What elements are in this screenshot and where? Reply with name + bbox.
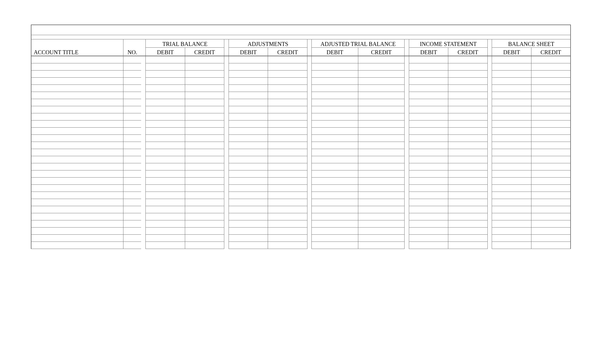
group-trial-balance: TRIAL BALANCE (146, 39, 224, 48)
table-row (31, 142, 571, 149)
table-row (31, 149, 571, 156)
column-header-row: ACCOUNT TITLE NO. DEBIT CREDIT DEBIT CRE… (31, 48, 571, 56)
title-separator (31, 35, 571, 39)
header-adj-credit: CREDIT (268, 48, 307, 56)
header-tb-debit: DEBIT (146, 48, 185, 56)
table-row (31, 63, 571, 71)
table-row (31, 85, 571, 92)
header-adj-debit: DEBIT (229, 48, 268, 56)
header-atb-debit: DEBIT (312, 48, 358, 56)
table-row (31, 170, 571, 178)
table-row (31, 199, 571, 206)
table-row (31, 71, 571, 78)
table-row (31, 163, 571, 170)
table-row (31, 185, 571, 192)
table-row (31, 228, 571, 235)
group-header-row: TRIAL BALANCE ADJUSTMENTS ADJUSTED TRIAL… (31, 39, 571, 48)
header-account-title: ACCOUNT TITLE (31, 48, 123, 56)
header-is-debit: DEBIT (409, 48, 448, 56)
header-no: NO. (123, 48, 141, 56)
table-row (31, 135, 571, 142)
header-tb-credit: CREDIT (185, 48, 224, 56)
header-bs-debit: DEBIT (492, 48, 531, 56)
worksheet-body (31, 56, 571, 249)
table-row (31, 106, 571, 113)
title-row (31, 25, 571, 35)
group-balance-sheet: BALANCE SHEET (492, 39, 571, 48)
table-row (31, 128, 571, 135)
table-row (31, 206, 571, 213)
table-row (31, 178, 571, 185)
worksheet-table: TRIAL BALANCE ADJUSTMENTS ADJUSTED TRIAL… (31, 25, 571, 249)
table-row (31, 156, 571, 163)
table-row (31, 213, 571, 220)
table-row (31, 120, 571, 128)
header-atb-credit: CREDIT (358, 48, 404, 56)
worksheet-container: TRIAL BALANCE ADJUSTMENTS ADJUSTED TRIAL… (31, 25, 571, 249)
header-bs-credit: CREDIT (531, 48, 571, 56)
group-adjusted-trial-balance: ADJUSTED TRIAL BALANCE (312, 39, 405, 48)
group-adjustments: ADJUSTMENTS (229, 39, 307, 48)
table-row (31, 192, 571, 199)
table-row (31, 235, 571, 242)
table-row (31, 99, 571, 106)
table-row (31, 242, 571, 249)
table-row (31, 78, 571, 85)
table-row (31, 220, 571, 228)
header-is-credit: CREDIT (448, 48, 487, 56)
group-income-statement: INCOME STATEMENT (409, 39, 487, 48)
worksheet-page: TRIAL BALANCE ADJUSTMENTS ADJUSTED TRIAL… (0, 0, 600, 364)
table-row (31, 56, 571, 63)
table-row (31, 113, 571, 120)
table-row (31, 92, 571, 99)
